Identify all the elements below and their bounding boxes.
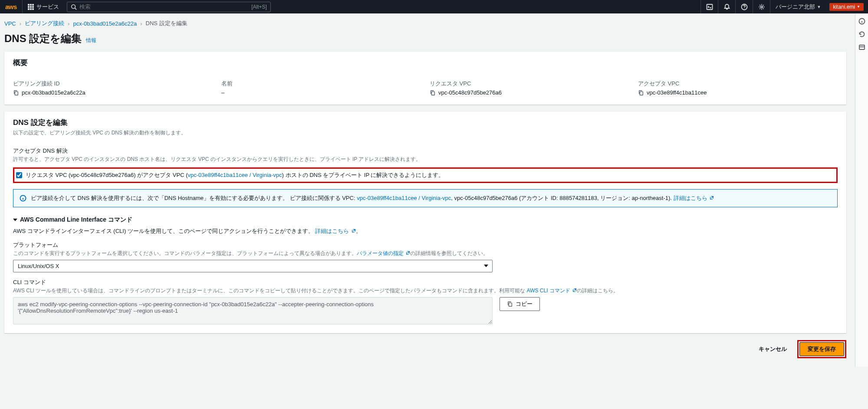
svg-rect-4 [15, 92, 18, 95]
breadcrumb-link-pcx[interactable]: pcx-0b3bad015e2a6c22a [73, 20, 137, 27]
accepter-vpc-link[interactable]: vpc-03e89ff4c1ba11cee / Virginia-vpc [188, 172, 282, 178]
external-link-icon [352, 229, 356, 233]
chevron-right-icon: › [20, 20, 21, 27]
name-label: 名前 [221, 80, 421, 88]
chevron-right-icon: › [140, 20, 142, 27]
gear-icon [758, 3, 765, 10]
info-link[interactable]: 情報 [86, 37, 96, 44]
accepter-vpc-value: vpc-03e89ff4c1ba11cee [647, 89, 707, 96]
cloudshell-button[interactable] [700, 0, 718, 13]
requester-vpc-label: リクエスタ VPC [430, 80, 629, 88]
cli-cmd-help: AWS CLI ツールを使用している場合は、コマンドラインのプロンプトまたはター… [13, 287, 838, 294]
accepter-dns-label: アクセプタ DNS 解決 [13, 147, 838, 155]
caret-down-icon [13, 219, 17, 221]
grid-icon [28, 4, 34, 10]
right-rail [855, 13, 868, 367]
bell-icon [723, 3, 730, 10]
panel-icon[interactable] [858, 44, 865, 51]
main-content: VPC › ピアリング接続 › pcx-0b3bad015e2a6c22a › … [0, 13, 855, 367]
dns-settings-header: DNS 設定を編集 以下の設定で、ピアリング接続先 VPC の DNS 解決の動… [4, 111, 846, 141]
services-button[interactable]: サービス [23, 0, 64, 13]
dns-settings-title: DNS 設定を編集 [13, 118, 68, 127]
peering-id-value: pcx-0b3bad015e2a6c22a [22, 89, 85, 96]
cli-desc: AWS コマンドラインインターフェイス (CLI) ツールを使用して、このページ… [13, 228, 314, 234]
help-button[interactable] [735, 0, 753, 13]
breadcrumb-link-peering[interactable]: ピアリング接続 [25, 20, 64, 27]
svg-rect-5 [431, 92, 434, 95]
name-value: – [221, 89, 224, 96]
search-icon [71, 4, 77, 10]
external-link-icon [572, 288, 577, 292]
services-label: サービス [36, 3, 59, 11]
caret-down-icon: ▼ [857, 5, 860, 9]
user-label: kitani.emi [833, 4, 855, 10]
help-icon [741, 3, 748, 10]
overview-header: 概要 [4, 52, 846, 72]
overview-panel: 概要 ピアリング接続 ID pcx-0b3bad015e2a6c22a 名前 –… [4, 52, 846, 105]
param-spec-link[interactable]: パラメータ値の指定 [357, 250, 410, 256]
search-box[interactable]: [Alt+S] [67, 2, 271, 12]
cli-commands-link[interactable]: AWS CLI コマンド [527, 288, 577, 294]
external-link-icon [710, 196, 714, 200]
svg-rect-8 [509, 303, 512, 306]
svg-rect-1 [707, 4, 712, 10]
info-icon[interactable] [858, 18, 865, 25]
cli-header-toggle[interactable]: AWS Command Line Interface コマンド [13, 216, 838, 224]
footer-actions: キャンセル 変更を保存 [4, 340, 846, 358]
platform-select[interactable]: Linux/Unix/OS X [13, 260, 493, 272]
caret-down-icon: ▼ [817, 5, 821, 9]
requester-vpc-value: vpc-05c48c97d5be276a6 [438, 89, 502, 96]
platform-help: このコマンドを実行するプラットフォームを選択してください。コマンドのパラメータ指… [13, 250, 838, 257]
accepter-vpc-label: アクセプタ VPC [638, 80, 838, 88]
copy-icon[interactable] [430, 90, 436, 96]
svg-point-3 [761, 6, 763, 7]
refresh-icon[interactable] [858, 31, 865, 38]
dns-checkbox-row: リクエスタ VPC (vpc-05c48c97d5be276a6) がアクセプタ… [13, 167, 838, 183]
settings-button[interactable] [753, 0, 770, 13]
copy-command-button[interactable]: コピー [500, 297, 540, 311]
topnav-icons: バージニア北部 ▼ kitani.emi ▼ [700, 0, 868, 13]
related-vpc-link[interactable]: vpc-03e89ff4c1ba11cee / Virginia-vpc [357, 195, 451, 201]
chevron-right-icon: › [68, 20, 69, 27]
copy-icon [507, 301, 513, 307]
search-input[interactable] [79, 3, 251, 10]
learn-more-link[interactable]: 詳細はこちら [674, 195, 714, 201]
dns-resolution-checkbox[interactable] [16, 172, 22, 178]
cli-command-textarea[interactable] [13, 297, 493, 324]
cli-header: AWS Command Line Interface コマンド [20, 216, 132, 224]
cancel-button[interactable]: キャンセル [752, 342, 794, 357]
info-icon [20, 195, 26, 202]
aws-logo[interactable]: aws [0, 0, 23, 13]
platform-label: プラットフォーム [13, 241, 838, 249]
external-link-icon [406, 251, 410, 255]
dns-resolution-label: リクエスタ VPC (vpc-05c48c97d5be276a6) がアクセプタ… [26, 171, 444, 179]
breadcrumb-link-vpc[interactable]: VPC [4, 20, 16, 27]
accepter-dns-help: 許可すると、アクセプタ VPC のインスタンスの DNS ホスト名は、リクエスタ… [13, 156, 838, 163]
dns-settings-desc: 以下の設定で、ピアリング接続先 VPC の DNS 解決の動作を制御します。 [13, 129, 838, 137]
cli-cmd-label: CLI コマンド [13, 278, 838, 286]
cli-learn-more-link[interactable]: 詳細はこちら [315, 228, 356, 234]
page-title: DNS 設定を編集 [4, 32, 82, 46]
breadcrumb: VPC › ピアリング接続 › pcx-0b3bad015e2a6c22a › … [4, 13, 846, 32]
breadcrumb-current: DNS 設定を編集 [146, 20, 187, 27]
svg-point-0 [72, 4, 76, 8]
dns-settings-panel: DNS 設定を編集 以下の設定で、ピアリング接続先 VPC の DNS 解決の動… [4, 111, 846, 333]
region-selector[interactable]: バージニア北部 ▼ [770, 0, 826, 13]
info-alert: ピア接続を介して DNS 解決を使用するには、次で「DNS Hostname」を… [13, 189, 838, 207]
user-menu[interactable]: kitani.emi ▼ [829, 3, 864, 11]
search-shortcut: [Alt+S] [251, 4, 267, 10]
terminal-icon [706, 3, 713, 10]
svg-rect-10 [859, 45, 865, 49]
peering-id-label: ピアリング接続 ID [13, 80, 213, 88]
region-label: バージニア北部 [776, 3, 815, 11]
notifications-button[interactable] [718, 0, 735, 13]
svg-rect-6 [640, 92, 643, 95]
copy-label: コピー [516, 300, 533, 308]
copy-icon[interactable] [638, 90, 644, 96]
save-button[interactable]: 変更を保存 [799, 342, 844, 356]
copy-icon[interactable] [13, 90, 19, 96]
top-nav: aws サービス [Alt+S] バージニア北部 ▼ kitani.emi ▼ [0, 0, 868, 13]
